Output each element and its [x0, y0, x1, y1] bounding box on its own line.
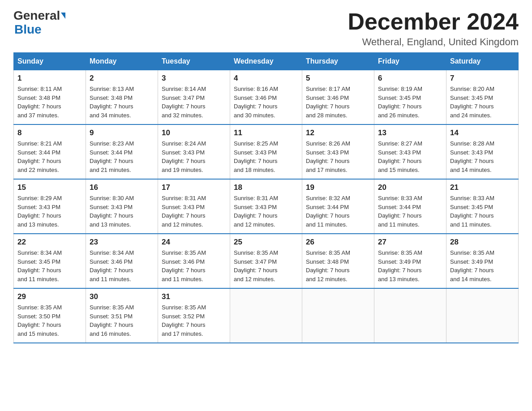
day-info: Sunrise: 8:35 AM Sunset: 3:51 PM Dayligh…	[90, 304, 134, 337]
day-info: Sunrise: 8:33 AM Sunset: 3:44 PM Dayligh…	[378, 195, 422, 228]
day-number: 17	[162, 183, 226, 192]
calendar-cell-w4-d7: 28 Sunrise: 8:35 AM Sunset: 3:49 PM Dayl…	[446, 234, 519, 288]
day-number: 10	[162, 128, 226, 137]
calendar-cell-w3-d7: 21 Sunrise: 8:33 AM Sunset: 3:45 PM Dayl…	[446, 179, 519, 234]
day-info: Sunrise: 8:31 AM Sunset: 3:43 PM Dayligh…	[162, 195, 206, 228]
calendar-cell-w4-d6: 27 Sunrise: 8:35 AM Sunset: 3:49 PM Dayl…	[374, 234, 446, 288]
day-number: 30	[90, 292, 154, 301]
day-number: 1	[17, 74, 82, 83]
calendar-header-row: Sunday Monday Tuesday Wednesday Thursday…	[14, 53, 519, 70]
day-info: Sunrise: 8:31 AM Sunset: 3:43 PM Dayligh…	[234, 195, 278, 228]
calendar-cell-w5-d2: 30 Sunrise: 8:35 AM Sunset: 3:51 PM Dayl…	[86, 288, 158, 343]
day-info: Sunrise: 8:27 AM Sunset: 3:43 PM Dayligh…	[378, 140, 422, 173]
calendar-cell-w2-d4: 11 Sunrise: 8:25 AM Sunset: 3:43 PM Dayl…	[230, 124, 302, 179]
calendar-cell-w2-d7: 14 Sunrise: 8:28 AM Sunset: 3:43 PM Dayl…	[446, 124, 519, 179]
day-number: 6	[378, 74, 442, 83]
day-info: Sunrise: 8:35 AM Sunset: 3:52 PM Dayligh…	[162, 304, 206, 337]
day-info: Sunrise: 8:17 AM Sunset: 3:46 PM Dayligh…	[306, 86, 350, 119]
calendar-cell-w5-d5	[302, 288, 374, 343]
calendar-cell-w4-d3: 24 Sunrise: 8:35 AM Sunset: 3:46 PM Dayl…	[158, 234, 230, 288]
calendar-cell-w1-d3: 3 Sunrise: 8:14 AM Sunset: 3:47 PM Dayli…	[158, 70, 230, 125]
header-area: General Blue December 2024 Wetheral, Eng…	[13, 9, 519, 48]
day-number: 24	[162, 238, 226, 247]
calendar-cell-w5-d6	[374, 288, 446, 343]
logo-text-blue: Blue	[14, 23, 42, 37]
day-number: 7	[450, 74, 515, 83]
col-thursday: Thursday	[302, 53, 374, 70]
day-info: Sunrise: 8:11 AM Sunset: 3:48 PM Dayligh…	[17, 86, 62, 119]
day-number: 23	[90, 238, 154, 247]
day-number: 21	[450, 183, 515, 192]
calendar-cell-w4-d1: 22 Sunrise: 8:34 AM Sunset: 3:45 PM Dayl…	[14, 234, 86, 288]
day-number: 8	[17, 128, 82, 137]
calendar-week-3: 15 Sunrise: 8:29 AM Sunset: 3:43 PM Dayl…	[14, 179, 519, 234]
day-number: 11	[234, 128, 298, 137]
day-info: Sunrise: 8:35 AM Sunset: 3:49 PM Dayligh…	[450, 249, 494, 283]
calendar-cell-w2-d2: 9 Sunrise: 8:23 AM Sunset: 3:44 PM Dayli…	[86, 124, 158, 179]
calendar-cell-w5-d3: 31 Sunrise: 8:35 AM Sunset: 3:52 PM Dayl…	[158, 288, 230, 343]
day-number: 20	[378, 183, 442, 192]
calendar-week-1: 1 Sunrise: 8:11 AM Sunset: 3:48 PM Dayli…	[14, 70, 519, 125]
calendar-cell-w4-d5: 26 Sunrise: 8:35 AM Sunset: 3:48 PM Dayl…	[302, 234, 374, 288]
day-info: Sunrise: 8:26 AM Sunset: 3:43 PM Dayligh…	[306, 140, 350, 173]
calendar-cell-w1-d5: 5 Sunrise: 8:17 AM Sunset: 3:46 PM Dayli…	[302, 70, 374, 125]
day-info: Sunrise: 8:14 AM Sunset: 3:47 PM Dayligh…	[162, 86, 206, 119]
day-info: Sunrise: 8:35 AM Sunset: 3:46 PM Dayligh…	[162, 249, 206, 283]
calendar-cell-w2-d3: 10 Sunrise: 8:24 AM Sunset: 3:43 PM Dayl…	[158, 124, 230, 179]
calendar-cell-w5-d1: 29 Sunrise: 8:35 AM Sunset: 3:50 PM Dayl…	[14, 288, 86, 343]
calendar-cell-w1-d6: 6 Sunrise: 8:19 AM Sunset: 3:45 PM Dayli…	[374, 70, 446, 125]
day-number: 25	[234, 238, 298, 247]
day-number: 5	[306, 74, 370, 83]
day-info: Sunrise: 8:25 AM Sunset: 3:43 PM Dayligh…	[234, 140, 278, 173]
day-info: Sunrise: 8:28 AM Sunset: 3:43 PM Dayligh…	[450, 140, 494, 173]
day-info: Sunrise: 8:16 AM Sunset: 3:46 PM Dayligh…	[234, 86, 278, 119]
calendar-cell-w3-d3: 17 Sunrise: 8:31 AM Sunset: 3:43 PM Dayl…	[158, 179, 230, 234]
col-sunday: Sunday	[14, 53, 86, 70]
day-info: Sunrise: 8:13 AM Sunset: 3:48 PM Dayligh…	[90, 86, 134, 119]
day-info: Sunrise: 8:35 AM Sunset: 3:47 PM Dayligh…	[234, 249, 278, 283]
day-info: Sunrise: 8:21 AM Sunset: 3:44 PM Dayligh…	[17, 140, 62, 173]
day-info: Sunrise: 8:35 AM Sunset: 3:50 PM Dayligh…	[17, 304, 62, 337]
calendar-cell-w1-d7: 7 Sunrise: 8:20 AM Sunset: 3:45 PM Dayli…	[446, 70, 519, 125]
calendar-cell-w1-d2: 2 Sunrise: 8:13 AM Sunset: 3:48 PM Dayli…	[86, 70, 158, 125]
day-number: 27	[378, 238, 442, 247]
calendar-cell-w2-d1: 8 Sunrise: 8:21 AM Sunset: 3:44 PM Dayli…	[14, 124, 86, 179]
calendar-cell-w3-d4: 18 Sunrise: 8:31 AM Sunset: 3:43 PM Dayl…	[230, 179, 302, 234]
day-number: 28	[450, 238, 515, 247]
col-friday: Friday	[374, 53, 446, 70]
day-number: 3	[162, 74, 226, 83]
calendar-cell-w4-d4: 25 Sunrise: 8:35 AM Sunset: 3:47 PM Dayl…	[230, 234, 302, 288]
calendar-cell-w3-d1: 15 Sunrise: 8:29 AM Sunset: 3:43 PM Dayl…	[14, 179, 86, 234]
calendar-week-2: 8 Sunrise: 8:21 AM Sunset: 3:44 PM Dayli…	[14, 124, 519, 179]
day-info: Sunrise: 8:19 AM Sunset: 3:45 PM Dayligh…	[378, 86, 422, 119]
day-info: Sunrise: 8:20 AM Sunset: 3:45 PM Dayligh…	[450, 86, 494, 119]
logo-text-general: General	[13, 9, 60, 23]
day-number: 29	[17, 292, 82, 301]
day-info: Sunrise: 8:35 AM Sunset: 3:48 PM Dayligh…	[306, 249, 350, 283]
day-info: Sunrise: 8:34 AM Sunset: 3:46 PM Dayligh…	[90, 249, 134, 283]
day-number: 18	[234, 183, 298, 192]
day-number: 31	[162, 292, 226, 301]
title-area: December 2024 Wetheral, England, United …	[348, 9, 519, 48]
calendar-week-4: 22 Sunrise: 8:34 AM Sunset: 3:45 PM Dayl…	[14, 234, 519, 288]
calendar-cell-w3-d2: 16 Sunrise: 8:30 AM Sunset: 3:43 PM Dayl…	[86, 179, 158, 234]
calendar-cell-w5-d7	[446, 288, 519, 343]
calendar-week-5: 29 Sunrise: 8:35 AM Sunset: 3:50 PM Dayl…	[14, 288, 519, 343]
day-info: Sunrise: 8:33 AM Sunset: 3:45 PM Dayligh…	[450, 195, 494, 228]
day-number: 22	[17, 238, 82, 247]
day-number: 26	[306, 238, 370, 247]
day-number: 2	[90, 74, 154, 83]
logo: General Blue	[13, 9, 65, 37]
day-number: 4	[234, 74, 298, 83]
day-number: 9	[90, 128, 154, 137]
day-number: 13	[378, 128, 442, 137]
calendar-cell-w3-d6: 20 Sunrise: 8:33 AM Sunset: 3:44 PM Dayl…	[374, 179, 446, 234]
col-tuesday: Tuesday	[158, 53, 230, 70]
day-info: Sunrise: 8:35 AM Sunset: 3:49 PM Dayligh…	[378, 249, 422, 283]
col-monday: Monday	[86, 53, 158, 70]
calendar-table: Sunday Monday Tuesday Wednesday Thursday…	[13, 52, 519, 343]
day-number: 16	[90, 183, 154, 192]
day-info: Sunrise: 8:34 AM Sunset: 3:45 PM Dayligh…	[17, 249, 62, 283]
calendar-cell-w2-d5: 12 Sunrise: 8:26 AM Sunset: 3:43 PM Dayl…	[302, 124, 374, 179]
day-info: Sunrise: 8:23 AM Sunset: 3:44 PM Dayligh…	[90, 140, 134, 173]
